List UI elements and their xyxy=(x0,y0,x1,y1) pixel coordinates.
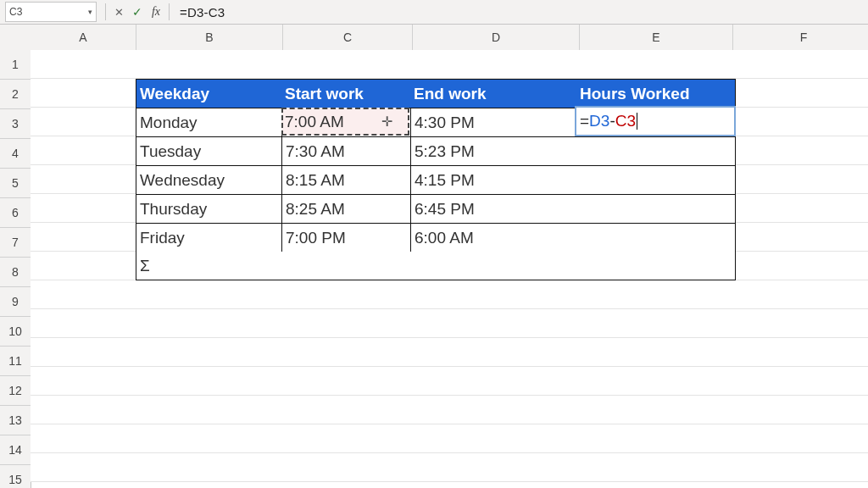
cell-F5[interactable] xyxy=(729,165,868,194)
cell-B11[interactable] xyxy=(136,338,288,367)
row-header-1[interactable]: 1 xyxy=(0,50,31,80)
editing-cell[interactable]: =D3-C3 xyxy=(575,106,736,136)
cell-C9[interactable] xyxy=(281,280,417,309)
cell-E12[interactable] xyxy=(576,367,736,396)
row-header-10[interactable]: 10 xyxy=(0,317,31,347)
cell-A4[interactable] xyxy=(31,136,142,165)
cell-E1[interactable] xyxy=(576,50,736,79)
accept-button[interactable]: ✓ xyxy=(128,5,147,19)
select-all-corner[interactable] xyxy=(0,25,31,51)
cell-E13[interactable] xyxy=(576,396,736,424)
cell-C13[interactable] xyxy=(281,396,417,424)
cell-F14[interactable] xyxy=(729,424,868,453)
cell-B1[interactable] xyxy=(136,50,288,79)
row-header-5[interactable]: 5 xyxy=(0,169,31,198)
cell-A14[interactable] xyxy=(31,424,142,453)
cell-hours-5[interactable] xyxy=(576,165,736,195)
cell-E14[interactable] xyxy=(576,424,736,453)
cell-C1[interactable] xyxy=(281,50,417,79)
cell-B13[interactable] xyxy=(136,396,288,424)
cell-C11[interactable] xyxy=(281,338,417,367)
cell-E15[interactable] xyxy=(576,453,736,482)
cell-D15[interactable] xyxy=(410,453,583,482)
cell-C10[interactable] xyxy=(281,309,417,338)
cell-B9[interactable] xyxy=(136,280,288,309)
row-header-8[interactable]: 8 xyxy=(0,258,31,287)
cancel-button[interactable]: ✕ xyxy=(109,6,128,19)
column-header-f[interactable]: F xyxy=(733,25,868,51)
cell-F13[interactable] xyxy=(729,396,868,424)
cell-F12[interactable] xyxy=(729,367,868,396)
row-header-6[interactable]: 6 xyxy=(0,198,31,228)
cell-A13[interactable] xyxy=(31,396,142,424)
formula-input[interactable]: =D3-C3 xyxy=(173,5,868,19)
cell-A8[interactable] xyxy=(31,252,142,280)
name-box[interactable]: C3 ▾ xyxy=(5,2,97,22)
cell-F2[interactable] xyxy=(729,79,868,108)
cell-A10[interactable] xyxy=(31,309,142,338)
cell-end-7: 6:00 AM xyxy=(410,223,584,252)
column-header-d[interactable]: D xyxy=(413,25,580,51)
cell-A11[interactable] xyxy=(31,338,142,367)
cell-F15[interactable] xyxy=(729,453,868,482)
cell-F6[interactable] xyxy=(729,194,868,223)
cell-E11[interactable] xyxy=(576,338,736,367)
cell-D9[interactable] xyxy=(410,280,583,309)
cell-A3[interactable] xyxy=(31,108,142,136)
cell-D13[interactable] xyxy=(410,396,583,424)
cell-F9[interactable] xyxy=(729,280,868,309)
cell-D10[interactable] xyxy=(410,309,583,338)
chevron-down-icon[interactable]: ▾ xyxy=(88,8,92,16)
cell-C15[interactable] xyxy=(281,453,417,482)
cell-A7[interactable] xyxy=(31,223,142,252)
row-header-14[interactable]: 14 xyxy=(0,435,31,465)
row-header-9[interactable]: 9 xyxy=(0,287,31,317)
cell-B12[interactable] xyxy=(136,367,288,396)
fx-button[interactable]: fx xyxy=(147,5,165,19)
row-header-7[interactable]: 7 xyxy=(0,228,31,258)
cell-D14[interactable] xyxy=(410,424,583,453)
cell-A6[interactable] xyxy=(31,194,142,223)
cell-D12[interactable] xyxy=(410,367,583,396)
column-header-b[interactable]: B xyxy=(136,25,283,51)
cell-B15[interactable] xyxy=(136,453,288,482)
column-header-e[interactable]: E xyxy=(580,25,733,51)
row-header-2[interactable]: 2 xyxy=(0,80,31,109)
cell-E9[interactable] xyxy=(576,280,736,309)
row-header-11[interactable]: 11 xyxy=(0,347,31,376)
sum-hours[interactable] xyxy=(576,252,736,280)
cell-B14[interactable] xyxy=(136,424,288,453)
cell-hours-6[interactable] xyxy=(576,194,736,224)
cell-F3[interactable] xyxy=(729,108,868,136)
row-header-13[interactable]: 13 xyxy=(0,406,31,435)
spreadsheet-grid[interactable]: ABCDEF 123456789101112131415 WeekdayStar… xyxy=(0,25,868,488)
cell-D11[interactable] xyxy=(410,338,583,367)
row-header-3[interactable]: 3 xyxy=(0,109,31,139)
cell-F10[interactable] xyxy=(729,309,868,338)
cell-F11[interactable] xyxy=(729,338,868,367)
cell-F7[interactable] xyxy=(729,223,868,252)
cell-A1[interactable] xyxy=(31,50,142,79)
table-header-start: Start work xyxy=(281,79,417,108)
cell-D1[interactable] xyxy=(410,50,583,79)
cell-A2[interactable] xyxy=(31,79,142,108)
cell-C14[interactable] xyxy=(281,424,417,453)
cell-A12[interactable] xyxy=(31,367,142,396)
cell-hours-7[interactable] xyxy=(576,223,736,252)
cell-A15[interactable] xyxy=(31,453,142,482)
cell-A5[interactable] xyxy=(31,165,142,194)
cell-B10[interactable] xyxy=(136,309,288,338)
row-header-4[interactable]: 4 xyxy=(0,139,31,169)
cell-A9[interactable] xyxy=(31,280,142,309)
row-header-12[interactable]: 12 xyxy=(0,376,31,406)
column-header-a[interactable]: A xyxy=(31,25,136,51)
cell-C12[interactable] xyxy=(281,367,417,396)
formula-eq: = xyxy=(580,112,589,130)
cell-F8[interactable] xyxy=(729,252,868,280)
row-header-15[interactable]: 15 xyxy=(0,465,31,488)
column-header-c[interactable]: C xyxy=(283,25,413,51)
cell-E10[interactable] xyxy=(576,309,736,338)
cell-F4[interactable] xyxy=(729,136,868,165)
cell-hours-4[interactable] xyxy=(576,136,736,166)
cell-F1[interactable] xyxy=(729,50,868,79)
